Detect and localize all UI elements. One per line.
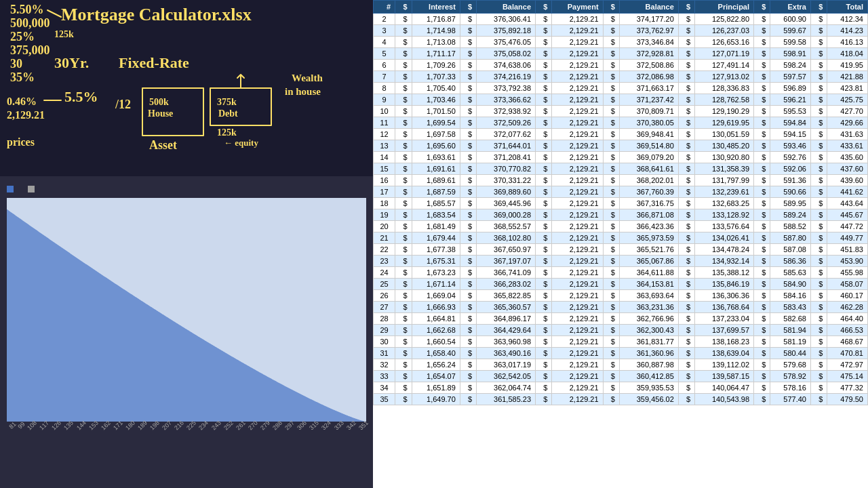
table-cell: 373,346.84: [619, 37, 678, 48]
table-cell: 25: [374, 279, 395, 290]
table-row: 28$1,664.81$364,896.17$2,129.21$362,766.…: [374, 313, 868, 325]
table-cell: 17: [374, 186, 395, 198]
table-cell: 589.95: [770, 198, 811, 209]
table-cell: 13: [374, 140, 395, 152]
table-cell: 597.57: [770, 71, 811, 83]
table-cell: 2,129.21: [552, 244, 603, 256]
table-cell: $: [460, 256, 476, 267]
table-cell: $: [810, 371, 827, 382]
table-cell: $: [810, 94, 827, 106]
table-cell: $: [810, 348, 827, 359]
table-cell: 132,239.61: [695, 186, 754, 198]
table-cell: 33: [374, 371, 395, 382]
table-cell: $: [460, 71, 476, 83]
table-cell: 374,216.19: [477, 71, 536, 83]
table-cell: 28: [374, 313, 395, 325]
table-cell: $: [754, 382, 770, 394]
table-cell: 1,669.04: [412, 290, 460, 302]
table-cell: $: [678, 348, 694, 359]
table-cell: $: [603, 325, 619, 336]
table-cell: $: [536, 37, 552, 48]
table-cell: $: [603, 106, 619, 117]
table-cell: $: [754, 94, 770, 106]
table-cell: $: [460, 186, 476, 198]
table-cell: 2,129.21: [552, 336, 603, 348]
table-cell: $: [678, 382, 694, 394]
table-cell: $: [754, 175, 770, 186]
table-cell: 9: [374, 94, 395, 106]
chart-legend: [0, 184, 373, 195]
table-cell: 595.53: [770, 106, 811, 117]
table-cell: 588.52: [770, 221, 811, 232]
table-cell: $: [536, 83, 552, 94]
table-cell: 1,658.40: [412, 348, 460, 359]
table-cell: 32: [374, 359, 395, 371]
table-cell: 1,705.40: [412, 83, 460, 94]
legend-interest: [7, 186, 17, 192]
table-row: 11$1,699.54$372,509.26$2,129.21$370,380.…: [374, 117, 868, 129]
table-row: 14$1,693.61$371,208.41$2,129.21$369,079.…: [374, 152, 868, 163]
table-cell: 18: [374, 198, 395, 209]
right-panel[interactable]: # $ Interest $ Balance $ Payment $ Balan…: [373, 0, 868, 488]
table-cell: 2,129.21: [552, 83, 603, 94]
table-cell: $: [395, 14, 412, 25]
table-row: 2$1,716.87$376,306.41$2,129.21$374,177.2…: [374, 14, 868, 25]
legend-principal-icon: [28, 186, 35, 192]
table-cell: 131,797.99: [695, 175, 754, 186]
table-cell: $: [536, 359, 552, 371]
table-cell: $: [603, 83, 619, 94]
table-cell: $: [395, 359, 412, 371]
table-cell: 2,129.21: [552, 152, 603, 163]
table-cell: 134,478.24: [695, 244, 754, 256]
table-cell: 477.32: [827, 382, 868, 394]
table-cell: $: [536, 71, 552, 83]
table-cell: 2,129.21: [552, 302, 603, 313]
table-row: 3$1,714.98$375,892.18$2,129.21$373,762.9…: [374, 25, 868, 37]
table-cell: 367,650.97: [477, 244, 536, 256]
table-cell: 1,656.24: [412, 359, 460, 371]
x-axis-label: 99: [17, 420, 26, 430]
table-cell: $: [395, 290, 412, 302]
table-cell: 368,552.57: [477, 221, 536, 232]
table-cell: 15: [374, 163, 395, 175]
table-cell: $: [678, 302, 694, 313]
table-cell: $: [536, 140, 552, 152]
table-cell: 3: [374, 25, 395, 37]
table-cell: $: [603, 394, 619, 405]
table-cell: 360,412.85: [619, 371, 678, 382]
table-cell: $: [395, 221, 412, 232]
table-cell: $: [395, 140, 412, 152]
table-cell: $: [754, 359, 770, 371]
table-cell: 366,423.36: [619, 221, 678, 232]
table-cell: $: [460, 175, 476, 186]
table-cell: $: [603, 129, 619, 140]
table-row: 4$1,713.08$375,476.05$2,129.21$373,346.8…: [374, 37, 868, 48]
table-cell: $: [810, 83, 827, 94]
col-s6: $: [754, 1, 770, 14]
table-cell: 364,429.64: [477, 325, 536, 336]
table-cell: 136,768.64: [695, 302, 754, 313]
table-cell: 365,973.59: [619, 232, 678, 244]
col-num: #: [374, 1, 395, 14]
table-cell: 128,762.58: [695, 94, 754, 106]
table-cell: $: [678, 106, 694, 117]
table-cell: 371,208.41: [477, 152, 536, 163]
table-cell: 127,491.14: [695, 60, 754, 71]
table-cell: $: [536, 256, 552, 267]
table-row: 9$1,703.46$373,366.62$2,129.21$371,237.4…: [374, 94, 868, 106]
table-cell: $: [460, 371, 476, 382]
table-cell: $: [460, 267, 476, 279]
table-cell: 587.08: [770, 244, 811, 256]
table-cell: $: [603, 94, 619, 106]
table-cell: $: [460, 14, 476, 25]
table-cell: 6: [374, 60, 395, 71]
table-cell: 2,129.21: [552, 94, 603, 106]
table-cell: 2,129.21: [552, 140, 603, 152]
table-cell: $: [754, 48, 770, 60]
table-cell: $: [678, 221, 694, 232]
table-cell: $: [395, 48, 412, 60]
table-cell: 2,129.21: [552, 175, 603, 186]
table-cell: $: [395, 71, 412, 83]
table-cell: $: [536, 325, 552, 336]
table-cell: 462.28: [827, 302, 868, 313]
